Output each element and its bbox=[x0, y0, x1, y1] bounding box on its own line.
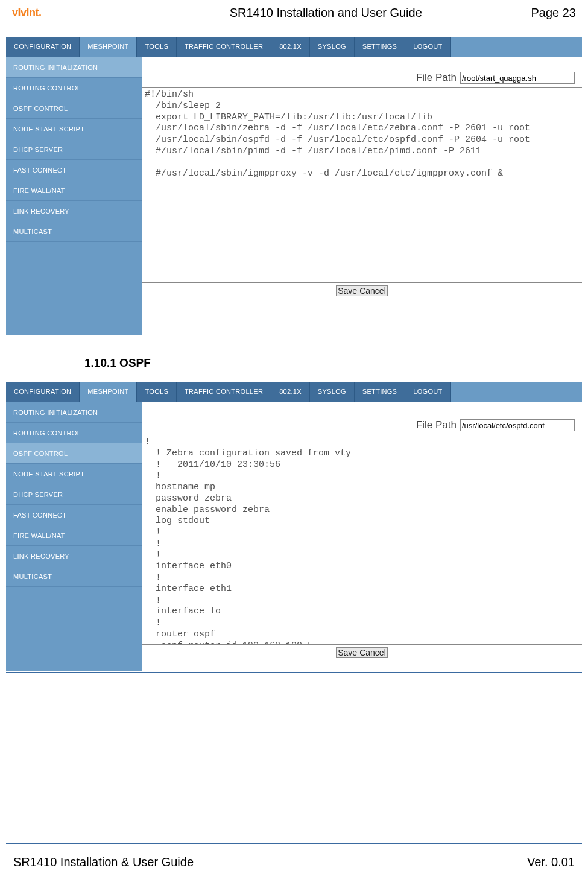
vivint-logo: vivint. bbox=[12, 7, 121, 19]
button-row: SaveCancel bbox=[142, 645, 582, 663]
tab-traffic-controller[interactable]: TRAFFIC CONTROLLER bbox=[177, 382, 271, 402]
tab-tools[interactable]: TOOLS bbox=[137, 382, 177, 402]
sidebar-item-multicast[interactable]: MULTICAST bbox=[6, 566, 142, 587]
sidebar-item-link-recovery[interactable]: LINK RECOVERY bbox=[6, 546, 142, 566]
doc-title: SR1410 Installation and User Guide bbox=[121, 6, 531, 20]
section-heading-ospf: 1.10.1 OSPF bbox=[84, 356, 588, 370]
tab-syslog[interactable]: SYSLOG bbox=[310, 382, 355, 402]
tab-spacer bbox=[451, 382, 583, 402]
sidebar-item-routing-initialization[interactable]: ROUTING INITIALIZATION bbox=[6, 402, 142, 423]
tab-meshpoint[interactable]: MESHPOINT bbox=[80, 382, 137, 402]
footer-right: Ver. 0.01 bbox=[527, 855, 575, 869]
tab-settings[interactable]: SETTINGS bbox=[355, 382, 405, 402]
script-editor[interactable]: #!/bin/sh /bin/sleep 2 export LD_LIBRARY… bbox=[142, 87, 582, 283]
tab-8021x[interactable]: 802.1X bbox=[271, 37, 310, 57]
sidebar: ROUTING INITIALIZATION ROUTING CONTROL O… bbox=[6, 57, 142, 335]
sidebar-item-ospf-control[interactable]: OSPF CONTROL bbox=[6, 443, 142, 464]
page-footer: SR1410 Installation & User Guide Ver. 0.… bbox=[0, 855, 588, 869]
sidebar-item-fast-connect[interactable]: FAST CONNECT bbox=[6, 160, 142, 180]
file-path-label: File Path bbox=[416, 419, 457, 431]
footer-left: SR1410 Installation & User Guide bbox=[13, 855, 194, 869]
tab-configuration[interactable]: CONFIGURATION bbox=[6, 37, 80, 57]
sidebar-item-multicast[interactable]: MULTICAST bbox=[6, 221, 142, 242]
config-panel-routing-init: CONFIGURATION MESHPOINT TOOLS TRAFFIC CO… bbox=[6, 37, 582, 335]
tab-meshpoint[interactable]: MESHPOINT bbox=[80, 37, 137, 57]
tab-logout[interactable]: LOGOUT bbox=[405, 37, 450, 57]
tab-logout[interactable]: LOGOUT bbox=[405, 382, 450, 402]
sidebar-item-firewall-nat[interactable]: FIRE WALL/NAT bbox=[6, 180, 142, 201]
sidebar-item-link-recovery[interactable]: LINK RECOVERY bbox=[6, 201, 142, 221]
script-editor[interactable]: ! ! Zebra configuration saved from vty !… bbox=[142, 435, 582, 645]
footer-divider bbox=[6, 843, 582, 844]
sidebar-item-dhcp-server[interactable]: DHCP SERVER bbox=[6, 139, 142, 160]
sidebar-item-fast-connect[interactable]: FAST CONNECT bbox=[6, 505, 142, 525]
file-path-label: File Path bbox=[416, 72, 457, 84]
sidebar-item-node-start-script[interactable]: NODE START SCRIPT bbox=[6, 119, 142, 139]
tab-tools[interactable]: TOOLS bbox=[137, 37, 177, 57]
save-button[interactable]: Save bbox=[336, 647, 359, 658]
save-button[interactable]: Save bbox=[336, 285, 359, 296]
sidebar-item-routing-initialization[interactable]: ROUTING INITIALIZATION bbox=[6, 57, 142, 78]
top-tabs: CONFIGURATION MESHPOINT TOOLS TRAFFIC CO… bbox=[6, 37, 582, 57]
sidebar-item-ospf-control[interactable]: OSPF CONTROL bbox=[6, 98, 142, 119]
sidebar-item-node-start-script[interactable]: NODE START SCRIPT bbox=[6, 464, 142, 484]
file-path-input[interactable] bbox=[460, 419, 575, 431]
divider bbox=[6, 672, 582, 673]
tab-configuration[interactable]: CONFIGURATION bbox=[6, 382, 80, 402]
page-header: vivint. SR1410 Installation and User Gui… bbox=[0, 0, 588, 25]
sidebar-item-routing-control[interactable]: ROUTING CONTROL bbox=[6, 423, 142, 443]
sidebar-item-routing-control[interactable]: ROUTING CONTROL bbox=[6, 78, 142, 98]
tab-syslog[interactable]: SYSLOG bbox=[310, 37, 355, 57]
tab-8021x[interactable]: 802.1X bbox=[271, 382, 310, 402]
top-tabs: CONFIGURATION MESHPOINT TOOLS TRAFFIC CO… bbox=[6, 382, 582, 402]
cancel-button[interactable]: Cancel bbox=[358, 285, 388, 296]
tab-spacer bbox=[451, 37, 583, 57]
file-path-input[interactable] bbox=[460, 72, 575, 84]
sidebar-item-dhcp-server[interactable]: DHCP SERVER bbox=[6, 484, 142, 505]
config-panel-ospf: CONFIGURATION MESHPOINT TOOLS TRAFFIC CO… bbox=[6, 382, 582, 671]
cancel-button[interactable]: Cancel bbox=[358, 647, 388, 658]
sidebar: ROUTING INITIALIZATION ROUTING CONTROL O… bbox=[6, 402, 142, 671]
page-number: Page 23 bbox=[531, 6, 576, 20]
tab-settings[interactable]: SETTINGS bbox=[355, 37, 405, 57]
button-row: SaveCancel bbox=[142, 283, 582, 301]
sidebar-item-firewall-nat[interactable]: FIRE WALL/NAT bbox=[6, 525, 142, 546]
tab-traffic-controller[interactable]: TRAFFIC CONTROLLER bbox=[177, 37, 271, 57]
